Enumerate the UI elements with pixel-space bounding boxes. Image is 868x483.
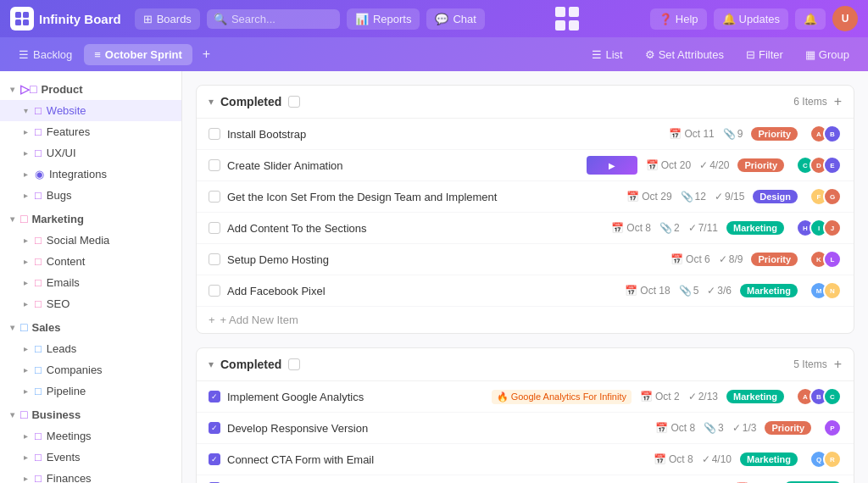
- section-2-checkbox[interactable]: [288, 358, 300, 370]
- chevron-icon: ▸: [24, 386, 28, 396]
- group-button[interactable]: ▦ Group: [797, 44, 858, 65]
- sidebar-item-finances[interactable]: ▸ □ Finances: [0, 468, 181, 483]
- section-1-add-item[interactable]: + + Add New Item: [197, 307, 854, 333]
- sidebar-item-social-media[interactable]: ▸ □ Social Media: [0, 230, 181, 251]
- sidebar-item-website[interactable]: ▾ □ Website: [0, 100, 181, 121]
- search-wrap[interactable]: 🔍: [207, 9, 340, 29]
- active-sprint-tab[interactable]: ≡ October Sprint: [84, 44, 192, 65]
- avatar: R: [823, 450, 842, 469]
- sidebar-item-integrations[interactable]: ▸ ◉ Integrations: [0, 164, 181, 185]
- reports-icon: 📊: [355, 13, 369, 25]
- avatar: P: [823, 419, 842, 437]
- help-button[interactable]: ❓ Help: [650, 8, 707, 30]
- chat-button[interactable]: 💬 Chat: [426, 8, 484, 30]
- row-checkbox[interactable]: [209, 285, 220, 297]
- status-badge: Marketing: [740, 284, 798, 297]
- tasks-icon: ✓: [688, 391, 697, 402]
- table-row[interactable]: ✓ Connect CTA Form with Email 📅 Oct 8 ✓ …: [197, 444, 854, 475]
- row-tasks: ✓ 4/10: [702, 453, 732, 465]
- avatar: J: [823, 219, 842, 237]
- sidebar-item-pipeline[interactable]: ▸ □ Pipeline: [0, 380, 181, 402]
- row-checkbox[interactable]: [209, 128, 220, 140]
- sidebar-group-product: ▾ ▷□ Product ▾ □ Website ▸ □ Features ▸ …: [0, 78, 181, 206]
- list-view-button[interactable]: ☰ List: [583, 44, 631, 65]
- row-checkbox[interactable]: [209, 159, 220, 171]
- table-row[interactable]: Get the Icon Set From the Design Team an…: [197, 181, 854, 213]
- section-1-toggle[interactable]: ▾: [209, 96, 214, 108]
- search-input[interactable]: [231, 13, 333, 25]
- row-checkbox[interactable]: ✓: [209, 422, 220, 434]
- section-2-add-button[interactable]: +: [834, 357, 842, 372]
- sub-navigation: ☰ Backlog ≡ October Sprint + ☰ List ⚙ Se…: [0, 37, 868, 71]
- sidebar-item-features[interactable]: ▸ □ Features: [0, 121, 181, 142]
- sidebar-item-events[interactable]: ▸ □ Events: [0, 447, 181, 468]
- user-avatar[interactable]: U: [832, 6, 858, 31]
- sidebar-item-uxui[interactable]: ▸ □ UX/UI: [0, 142, 181, 164]
- row-checkbox[interactable]: [209, 191, 220, 203]
- sidebar-item-content[interactable]: ▸ □ Content: [0, 251, 181, 272]
- row-date: 📅 Oct 8: [655, 422, 695, 434]
- row-meta: 📅 Oct 29 📎 12 ✓ 9/15 Design F G: [626, 187, 842, 206]
- notification-bell[interactable]: 🔔: [795, 8, 826, 30]
- backlog-tab[interactable]: ☰ Backlog: [10, 44, 81, 65]
- add-icon: +: [209, 314, 215, 326]
- table-row[interactable]: Add Content To the Sections 📅 Oct 8 📎 2 …: [197, 213, 854, 244]
- sidebar-item-product[interactable]: ▾ ▷□ Product: [0, 78, 181, 100]
- calendar-icon: 📅: [626, 191, 639, 203]
- chevron-icon: ▸: [24, 299, 28, 308]
- boards-button[interactable]: ⊞ Boards: [135, 8, 200, 30]
- tasks-icon: ✓: [732, 422, 741, 434]
- updates-button[interactable]: 🔔 Updates: [714, 8, 788, 30]
- row-checkbox[interactable]: ✓: [209, 391, 220, 402]
- sidebar-item-sales[interactable]: ▾ □ Sales: [0, 316, 181, 338]
- folder-icon-bugs: □: [35, 189, 42, 202]
- row-title: Create Slider Animation: [227, 159, 580, 172]
- table-row[interactable]: Add Facebook Pixel 📅 Oct 18 📎 5 ✓ 3/6 Ma…: [197, 275, 854, 307]
- status-badge: Design: [753, 190, 798, 203]
- tasks-icon: ✓: [688, 222, 697, 234]
- table-row[interactable]: Setup Demo Hosting 📅 Oct 6 ✓ 8/9 Priorit…: [197, 244, 854, 275]
- row-meta: 📅 Oct 18 📎 5 ✓ 3/6 Marketing M N: [625, 281, 842, 300]
- svg-rect-1: [23, 12, 29, 18]
- chevron-icon: ▾: [10, 214, 14, 224]
- section-1-title: Completed: [220, 95, 281, 108]
- sidebar-item-companies[interactable]: ▸ □ Companies: [0, 359, 181, 380]
- sidebar-item-leads[interactable]: ▸ □ Leads: [0, 338, 181, 359]
- row-date: 📅 Oct 8: [654, 453, 693, 465]
- reports-button[interactable]: 📊 Reports: [347, 8, 420, 30]
- set-attributes-button[interactable]: ⚙ Set Attributes: [637, 44, 732, 65]
- sidebar-item-seo[interactable]: ▸ □ SEO: [0, 293, 181, 314]
- section-2-toggle[interactable]: ▾: [209, 358, 214, 370]
- table-row[interactable]: Install Bootstrap 📅 Oct 11 📎 9 Priority …: [197, 119, 854, 150]
- row-checkbox[interactable]: [209, 222, 220, 234]
- row-tasks: ✓ 1/3: [732, 422, 757, 434]
- table-row[interactable]: ✓ Develop Responsive Version 📅 Oct 8 📎 3…: [197, 413, 854, 444]
- sidebar-group-marketing: ▾ □ Marketing ▸ □ Social Media ▸ □ Conte…: [0, 208, 181, 314]
- row-tasks: ✓ 2/13: [688, 391, 718, 402]
- sidebar-item-marketing[interactable]: ▾ □ Marketing: [0, 208, 181, 230]
- status-badge: Marketing: [726, 221, 784, 235]
- row-meta: ▶ 📅 Oct 20 ✓ 4/20 Priority C D E: [587, 156, 842, 175]
- sidebar-item-bugs[interactable]: ▸ □ Bugs: [0, 185, 181, 206]
- table-row[interactable]: ✓ Optimize Page Speed 📅 Oct 5 Marketing: [197, 475, 854, 483]
- avatar: B: [823, 125, 842, 143]
- table-row[interactable]: Create Slider Animation ▶ 📅 Oct 20 ✓ 4/2…: [197, 150, 854, 181]
- section-1-checkbox[interactable]: [288, 96, 300, 108]
- svg-rect-3: [23, 19, 29, 25]
- section-1-add-button[interactable]: +: [834, 94, 842, 109]
- status-badge: Marketing: [726, 390, 784, 403]
- sidebar-item-business[interactable]: ▾ □ Business: [0, 403, 181, 425]
- filter-button[interactable]: ⊟ Filter: [737, 44, 792, 65]
- add-tab-button[interactable]: +: [196, 42, 217, 66]
- row-checkbox[interactable]: [209, 253, 220, 265]
- avatars: A B: [810, 125, 842, 143]
- avatars: F G: [810, 187, 842, 206]
- row-title: Get the Icon Set From the Design Team an…: [227, 191, 620, 203]
- sidebar-item-emails[interactable]: ▸ □ Emails: [0, 272, 181, 293]
- table-row[interactable]: ✓ Implement Google Analytics 🔥 Google An…: [197, 381, 854, 413]
- avatars: P: [823, 419, 842, 437]
- folder-icon-website: □: [35, 104, 42, 117]
- chat-icon: 💬: [435, 13, 448, 25]
- row-checkbox[interactable]: ✓: [209, 453, 220, 465]
- sidebar-item-meetings[interactable]: ▸ □ Meetings: [0, 425, 181, 447]
